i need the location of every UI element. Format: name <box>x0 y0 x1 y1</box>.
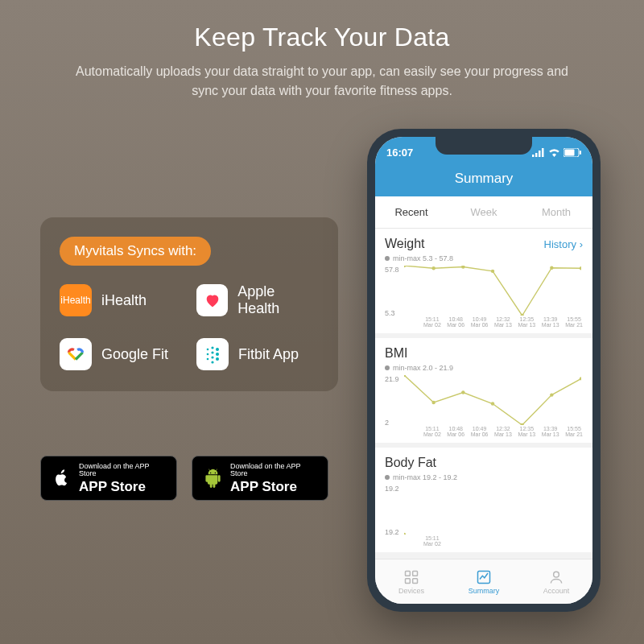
svg-point-3 <box>211 346 213 349</box>
sync-item-fitbit: Fitbit App <box>196 338 319 370</box>
svg-point-2 <box>207 358 209 361</box>
nav-label: Devices <box>398 587 424 595</box>
apple-icon <box>52 467 71 489</box>
fitbit-icon <box>196 338 229 370</box>
svg-rect-16 <box>580 151 581 155</box>
svg-point-0 <box>207 349 209 351</box>
sync-item-applehealth: Apple Health <box>196 283 319 317</box>
sync-item-googlefit: Google Fit <box>60 338 182 370</box>
svg-rect-12 <box>539 151 541 157</box>
chart-minmax: min-max 19.2 - 19.2 <box>385 473 583 481</box>
chart-title: Weight <box>385 237 425 251</box>
nav-label: Summary <box>469 587 500 595</box>
tab-recent[interactable]: Recent <box>375 196 448 228</box>
hero-title: Keep Track Your Data <box>0 0 644 52</box>
svg-rect-33 <box>413 571 418 576</box>
syncs-card: Myvitals Syncs with: iHealth iHealth App… <box>40 217 338 391</box>
hero-subtitle: Automatically uploads your data straight… <box>64 62 580 101</box>
svg-point-22 <box>550 266 553 270</box>
bottom-nav: Devices Summary Account <box>375 559 592 604</box>
apple-health-icon <box>196 284 228 316</box>
ihealth-icon: iHealth <box>60 284 92 316</box>
history-link[interactable]: History › <box>544 238 583 250</box>
syncs-pill: Myvitals Syncs with: <box>60 237 211 266</box>
chart-svg <box>404 375 581 425</box>
account-icon <box>548 569 564 585</box>
chart-svg <box>404 485 581 535</box>
appstore-android-button[interactable]: Download on the APP Store APP Store <box>192 456 328 501</box>
download-big-text: APP Store <box>79 480 165 493</box>
svg-rect-34 <box>406 578 411 583</box>
signal-icon <box>532 148 545 157</box>
svg-rect-10 <box>532 155 535 157</box>
svg-point-23 <box>580 266 581 270</box>
svg-point-25 <box>431 401 435 404</box>
tab-month[interactable]: Month <box>520 196 592 228</box>
download-small-text: Download on the APP Store <box>79 463 165 477</box>
svg-rect-32 <box>406 571 411 576</box>
phone-notch <box>436 137 532 155</box>
sync-label: Google Fit <box>101 346 168 363</box>
svg-point-5 <box>211 356 213 358</box>
chevron-right-icon: › <box>580 238 583 250</box>
phone-frame: 16:07 Summary Recent Week Month WeightHi… <box>367 129 601 612</box>
svg-point-6 <box>211 361 213 363</box>
android-icon <box>204 467 222 489</box>
svg-point-8 <box>216 353 219 356</box>
svg-point-1 <box>207 353 209 356</box>
left-column: Myvitals Syncs with: iHealth iHealth App… <box>40 217 338 501</box>
chart-svg <box>404 266 581 316</box>
svg-rect-35 <box>413 578 418 583</box>
appstore-apple-button[interactable]: Download on the APP Store APP Store <box>40 456 177 501</box>
svg-point-7 <box>216 348 219 351</box>
syncs-grid: iHealth iHealth Apple Health Google Fit <box>60 283 319 370</box>
svg-rect-15 <box>565 149 575 155</box>
svg-rect-13 <box>542 148 544 157</box>
download-small-text: Download on the APP Store <box>230 463 316 477</box>
sync-label: Apple Health <box>237 283 319 317</box>
chart-card: BMImin-max 2.0 - 21.921.9215:11Mar 0210:… <box>375 338 592 443</box>
chart-card: Body Fatmin-max 19.2 - 19.219.219.215:11… <box>375 448 592 552</box>
svg-point-4 <box>211 351 213 353</box>
svg-point-27 <box>491 402 494 405</box>
nav-devices[interactable]: Devices <box>375 559 448 604</box>
sync-item-ihealth: iHealth iHealth <box>60 283 182 317</box>
app-title: Summary <box>375 167 592 196</box>
svg-point-29 <box>550 393 553 396</box>
sync-label: iHealth <box>101 292 147 309</box>
google-fit-icon <box>60 338 92 370</box>
cards-scroll[interactable]: WeightHistory ›min-max 5.3 - 57.857.85.3… <box>375 229 592 575</box>
svg-point-37 <box>554 572 559 577</box>
nav-label: Account <box>543 587 570 595</box>
summary-icon <box>476 569 492 585</box>
chart-title: BMI <box>385 346 407 361</box>
wifi-icon <box>548 148 560 157</box>
battery-icon <box>564 148 581 157</box>
devices-icon <box>403 569 419 585</box>
svg-point-17 <box>404 266 406 267</box>
svg-point-18 <box>431 266 435 270</box>
download-big-text: APP Store <box>230 480 316 493</box>
phone-screen: 16:07 Summary Recent Week Month WeightHi… <box>375 137 592 604</box>
nav-account[interactable]: Account <box>520 559 592 604</box>
svg-point-31 <box>404 533 406 535</box>
download-row: Download on the APP Store APP Store Down… <box>40 456 338 501</box>
chart-card: WeightHistory ›min-max 5.3 - 57.857.85.3… <box>375 229 592 333</box>
tab-week[interactable]: Week <box>448 196 520 228</box>
svg-point-9 <box>216 357 219 361</box>
segment-tabs: Recent Week Month <box>375 196 592 229</box>
svg-rect-11 <box>535 153 538 157</box>
nav-summary[interactable]: Summary <box>448 559 520 604</box>
chart-minmax: min-max 5.3 - 57.8 <box>385 254 583 262</box>
chart-minmax: min-max 2.0 - 21.9 <box>385 364 583 372</box>
svg-point-20 <box>491 270 494 273</box>
status-time: 16:07 <box>386 147 413 159</box>
sync-label: Fitbit App <box>238 346 299 363</box>
svg-point-26 <box>461 390 464 394</box>
chart-title: Body Fat <box>385 456 436 470</box>
svg-point-19 <box>461 266 464 269</box>
